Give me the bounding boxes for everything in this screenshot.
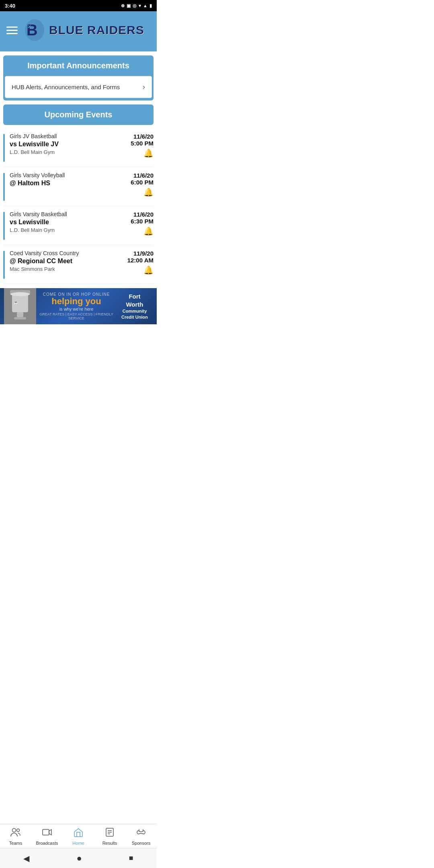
upcoming-events-header: Upcoming Events [3, 104, 154, 125]
ad-cup-area: ☕ [4, 288, 36, 324]
event-sport-2: Girls Varsity Basketball [10, 211, 126, 217]
event-details-1: Girls Varsity Volleyball @ Haltom HS [10, 172, 126, 188]
svg-text:☕: ☕ [14, 300, 18, 305]
event-date-0: 11/6/20 [131, 133, 154, 140]
ad-tagline-big: helping you [39, 297, 113, 306]
status-icons: ⊕ ▣ ◎ ▾ ▲ ▮ [121, 3, 152, 8]
location-icon: ◎ [133, 3, 137, 8]
bell-icon-3[interactable]: 🔔 [127, 265, 154, 275]
event-time-section-3: 11/9/20 12:00 AM 🔔 [127, 250, 154, 275]
event-bar-3 [3, 251, 5, 279]
announcement-text-0: HUB Alerts, Announcements, and Forms [12, 84, 120, 90]
event-opponent-0: vs Lewisville JV [10, 141, 126, 148]
event-location-3: Mac Simmons Park [10, 266, 123, 272]
event-date-2: 11/6/20 [131, 211, 154, 218]
menu-button[interactable] [6, 27, 18, 34]
status-time: 3:40 [5, 3, 15, 9]
event-opponent-1: @ Haltom HS [10, 180, 126, 187]
ad-cup-svg: ☕ [8, 290, 32, 322]
bell-icon-2[interactable]: 🔔 [131, 226, 154, 236]
event-date-1: 11/6/20 [131, 172, 154, 179]
event-time-0: 5:00 PM [131, 140, 154, 147]
event-time-section-1: 11/6/20 6:00 PM 🔔 [131, 172, 154, 197]
signal-icon: ▲ [143, 3, 147, 8]
event-bar-2 [3, 212, 5, 240]
ad-text-area: come on in or hop online helping you is … [39, 292, 113, 320]
event-item-2[interactable]: Girls Varsity Basketball vs Lewisville L… [3, 206, 154, 245]
event-item-1[interactable]: Girls Varsity Volleyball @ Haltom HS 11/… [3, 167, 154, 206]
events-list: Girls JV Basketball vs Lewisville JV L.D… [0, 125, 157, 284]
logo-area: B ⚔ BLUE RAIDERS [24, 18, 144, 42]
ad-logo-line1: Fort [117, 293, 153, 301]
announcements-title: Important Announcements [3, 55, 154, 76]
event-details-2: Girls Varsity Basketball vs Lewisville L… [10, 211, 126, 233]
ad-logo-area: Fort Worth Community Credit Union [117, 293, 153, 320]
main-content: Important Announcements HUB Alerts, Anno… [0, 55, 157, 373]
event-time-2: 6:30 PM [131, 218, 154, 225]
event-time-section-0: 11/6/20 5:00 PM 🔔 [131, 133, 154, 158]
svg-rect-6 [17, 312, 23, 317]
announcement-card-0[interactable]: HUB Alerts, Announcements, and Forms › [5, 76, 152, 98]
ad-logo-line2: Worth [117, 301, 153, 309]
bell-icon-0[interactable]: 🔔 [131, 148, 154, 158]
event-sport-0: Girls JV Basketball [10, 133, 126, 139]
announcements-section: Important Announcements HUB Alerts, Anno… [3, 55, 154, 100]
event-item-3[interactable]: Coed Varsity Cross Country @ Regional CC… [3, 245, 154, 284]
app-header: B ⚔ BLUE RAIDERS [0, 11, 157, 51]
notification-icon: ⊕ [121, 3, 125, 8]
svg-rect-7 [14, 317, 26, 319]
event-time-3: 12:00 AM [127, 257, 154, 264]
event-location-2: L.D. Bell Main Gym [10, 227, 126, 233]
brand-logo: B ⚔ [24, 18, 45, 42]
ad-logo-line3: Community [117, 308, 153, 314]
event-date-3: 11/9/20 [127, 250, 154, 257]
chevron-right-icon: › [143, 83, 145, 91]
event-bar-1 [3, 173, 5, 201]
sim-icon: ▣ [127, 3, 131, 8]
bell-icon-1[interactable]: 🔔 [131, 187, 154, 197]
event-time-1: 6:00 PM [131, 179, 154, 186]
event-item-0[interactable]: Girls JV Basketball vs Lewisville JV L.D… [3, 128, 154, 167]
brand-name: BLUE RAIDERS [49, 23, 144, 37]
battery-icon: ▮ [149, 3, 152, 8]
ad-banner[interactable]: ☕ come on in or hop online helping you i… [0, 288, 157, 324]
event-time-section-2: 11/6/20 6:30 PM 🔔 [131, 211, 154, 236]
event-sport-1: Girls Varsity Volleyball [10, 172, 126, 178]
event-details-0: Girls JV Basketball vs Lewisville JV L.D… [10, 133, 126, 155]
event-sport-3: Coed Varsity Cross Country [10, 250, 123, 256]
ad-tagline-mid: is why we're here [39, 307, 113, 311]
event-opponent-2: vs Lewisville [10, 219, 126, 226]
upcoming-events-title: Upcoming Events [45, 110, 113, 119]
svg-text:⚔: ⚔ [27, 24, 31, 29]
event-details-3: Coed Varsity Cross Country @ Regional CC… [10, 250, 123, 272]
wifi-icon: ▾ [139, 3, 141, 8]
status-bar: 3:40 ⊕ ▣ ◎ ▾ ▲ ▮ [0, 0, 157, 11]
event-opponent-3: @ Regional CC Meet [10, 258, 123, 265]
event-location-0: L.D. Bell Main Gym [10, 149, 126, 155]
event-bar-0 [3, 134, 5, 162]
ad-tagline-sub: GREAT RATES | EASY ACCESS | FRIENDLY SER… [39, 312, 113, 320]
svg-point-5 [10, 292, 30, 296]
ad-logo-line4: Credit Union [117, 314, 153, 320]
